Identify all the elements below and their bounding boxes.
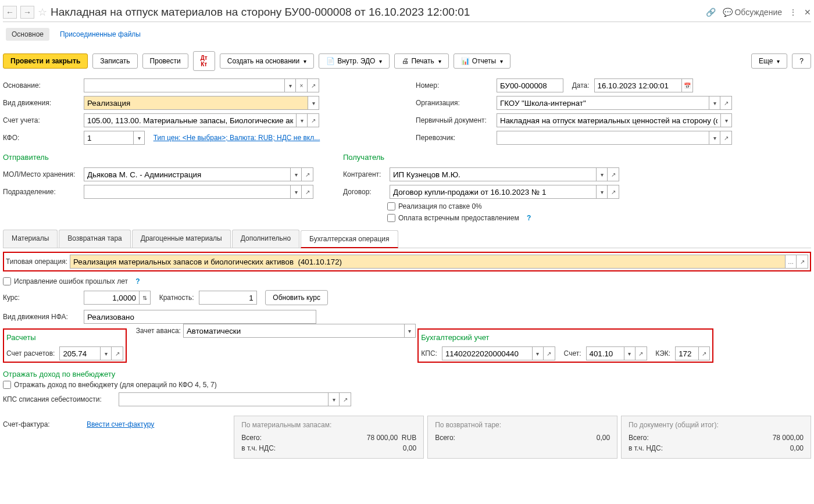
price-type-link[interactable]: Тип цен: <Не выбран>; Валюта: RUB; НДС н…: [153, 134, 320, 142]
calc-account-input[interactable]: [59, 346, 100, 360]
kfo-input[interactable]: [84, 131, 133, 145]
reports-button[interactable]: 📊 Отчеты: [454, 53, 510, 69]
dropdown-icon[interactable]: ▾: [709, 131, 720, 145]
stepper-icon[interactable]: ⇅: [139, 291, 151, 305]
mol-input[interactable]: [84, 167, 290, 181]
dropdown-icon[interactable]: ▾: [720, 113, 732, 127]
save-button[interactable]: Записать: [92, 53, 137, 69]
division-label: Подразделение:: [3, 188, 81, 196]
tab-accounting[interactable]: Бухгалтерская операция: [301, 230, 398, 248]
help-button[interactable]: ?: [792, 53, 811, 69]
dropdown-icon[interactable]: ▾: [290, 167, 302, 181]
dropdown-icon[interactable]: ▾: [290, 185, 302, 199]
mult-input[interactable]: [199, 291, 257, 305]
open-icon[interactable]: ↗: [544, 346, 555, 360]
typical-operation-input[interactable]: [70, 255, 785, 269]
dropdown-icon[interactable]: ▾: [296, 113, 308, 127]
nfa-input[interactable]: [84, 310, 316, 324]
org-label: Организация:: [416, 99, 494, 107]
nav-forward-button[interactable]: →: [20, 6, 34, 19]
tab-main[interactable]: Основное: [6, 28, 49, 41]
primary-doc-input[interactable]: [497, 113, 720, 127]
date-input[interactable]: [594, 78, 681, 92]
tab-returnable[interactable]: Возвратная тара: [59, 230, 131, 248]
open-icon[interactable]: ↗: [608, 167, 619, 181]
select-icon[interactable]: …: [785, 255, 797, 269]
open-icon[interactable]: ↗: [698, 346, 710, 360]
number-input[interactable]: [497, 78, 563, 92]
number-date-row: Номер: Дата: 📅: [416, 78, 811, 92]
open-icon[interactable]: ↗: [636, 346, 647, 360]
advance-input[interactable]: [183, 324, 404, 338]
mol-field: МОЛ/Место хранения: ▾↗: [3, 167, 326, 181]
discuss-button[interactable]: 💬 Обсуждение: [723, 8, 782, 17]
move-type-input[interactable]: [84, 96, 308, 110]
dropdown-icon[interactable]: ▾: [709, 96, 720, 110]
kps-writeoff-input[interactable]: [119, 392, 328, 406]
calendar-icon[interactable]: 📅: [681, 78, 693, 92]
open-icon[interactable]: ↗: [302, 167, 313, 181]
open-icon[interactable]: ↗: [720, 96, 732, 110]
tab-precious[interactable]: Драгоценные материалы: [132, 230, 231, 248]
nav-back-button[interactable]: ←: [3, 6, 17, 19]
contractor-label: Контрагент:: [343, 170, 385, 178]
open-icon[interactable]: ↗: [308, 78, 319, 92]
advance-row: Зачет аванса: ▾: [136, 324, 416, 338]
link-icon[interactable]: 🔗: [706, 8, 716, 17]
kps-input[interactable]: [442, 346, 532, 360]
open-icon[interactable]: ↗: [608, 185, 619, 199]
dropdown-icon[interactable]: ▾: [532, 346, 544, 360]
help-icon[interactable]: ?: [135, 277, 140, 285]
create-based-button[interactable]: Создать на основании: [220, 53, 315, 69]
org-input[interactable]: [497, 96, 709, 110]
edo-button[interactable]: 📄 Внутр. ЭДО: [319, 53, 390, 69]
favorite-star-icon[interactable]: ☆: [38, 6, 47, 19]
dropdown-icon[interactable]: ▾: [308, 96, 319, 110]
carrier-label: Перевозчик:: [416, 134, 494, 142]
contractor-input[interactable]: [390, 167, 596, 181]
calc-account-row: Счет расчетов: ▾↗: [6, 346, 123, 360]
open-icon[interactable]: ↗: [720, 131, 732, 145]
account2-input[interactable]: [586, 346, 624, 360]
print-button[interactable]: 🖨 Печать: [394, 53, 448, 69]
tab-materials[interactable]: Материалы: [3, 230, 58, 248]
post-button[interactable]: Провести: [142, 53, 188, 69]
counter-payment-checkbox[interactable]: [387, 214, 395, 222]
contract-input[interactable]: [390, 185, 596, 199]
dropdown-icon[interactable]: ▾: [404, 324, 416, 338]
tab-attached-files[interactable]: Присоединенные файлы: [60, 28, 141, 41]
offbudget-checkbox[interactable]: [3, 381, 11, 389]
dropdown-icon[interactable]: ▾: [100, 346, 112, 360]
dtkt-button[interactable]: ДтКт: [193, 51, 215, 71]
close-icon[interactable]: ✕: [804, 8, 811, 17]
form-area: Основание: ▾×↗ Вид движения: ▾ Счет учет…: [3, 76, 811, 148]
rate-input[interactable]: [84, 291, 139, 305]
dropdown-icon[interactable]: ▾: [284, 78, 296, 92]
clear-icon[interactable]: ×: [296, 78, 308, 92]
enter-invoice-link[interactable]: Ввести счет-фактуру: [87, 420, 154, 428]
dropdown-icon[interactable]: ▾: [596, 167, 608, 181]
open-icon[interactable]: ↗: [112, 346, 123, 360]
carrier-input[interactable]: [497, 131, 709, 145]
kebab-menu-icon[interactable]: ⋮: [789, 8, 797, 17]
open-icon[interactable]: ↗: [302, 185, 313, 199]
account-input[interactable]: [84, 113, 296, 127]
open-icon[interactable]: ↗: [308, 113, 319, 127]
dropdown-icon[interactable]: ▾: [624, 346, 636, 360]
post-and-close-button[interactable]: Провести и закрыть: [3, 53, 88, 69]
tab-additional[interactable]: Дополнительно: [232, 230, 299, 248]
account2-label: Счет:: [564, 349, 581, 358]
more-button[interactable]: Еще: [751, 53, 787, 69]
dropdown-icon[interactable]: ▾: [596, 185, 608, 199]
error-fix-checkbox[interactable]: [3, 277, 11, 285]
zero-rate-checkbox[interactable]: [387, 202, 395, 210]
dropdown-icon[interactable]: ▾: [328, 392, 340, 406]
division-input[interactable]: [84, 185, 290, 199]
dropdown-icon[interactable]: ▾: [133, 131, 145, 145]
open-icon[interactable]: ↗: [340, 392, 351, 406]
basis-input[interactable]: [84, 78, 284, 92]
kek-input[interactable]: [675, 346, 698, 360]
help-icon[interactable]: ?: [527, 214, 531, 222]
update-rate-button[interactable]: Обновить курс: [265, 290, 328, 305]
open-icon[interactable]: ↗: [797, 255, 808, 269]
